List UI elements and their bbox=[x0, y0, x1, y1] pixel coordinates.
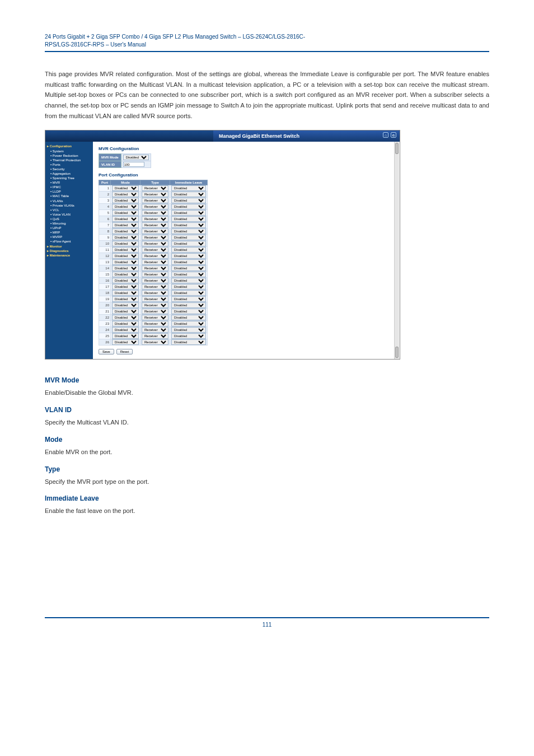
type-select[interactable]: Receiver bbox=[142, 296, 168, 302]
mode-select[interactable]: Disabled bbox=[112, 272, 139, 277]
nav-item-vcl[interactable]: ▪ VCL bbox=[47, 208, 91, 212]
type-select[interactable]: Receiver bbox=[142, 309, 168, 314]
immediate-leave-select[interactable]: Disabled bbox=[171, 204, 206, 209]
nav-item-sflow-agent[interactable]: ▪ sFlow Agent bbox=[47, 239, 91, 244]
nav-item-mrp[interactable]: ▪ MRP bbox=[47, 230, 91, 235]
type-select[interactable]: Receiver bbox=[142, 272, 168, 277]
nav-item-security[interactable]: ▪ Security bbox=[47, 167, 91, 171]
nav-item-qos[interactable]: ▪ QoS bbox=[47, 217, 91, 221]
type-select[interactable]: Receiver bbox=[142, 247, 168, 253]
save-button[interactable]: Save bbox=[99, 349, 114, 354]
mode-select[interactable]: Disabled bbox=[112, 247, 139, 253]
nav-item-power-reduction[interactable]: ▪ Power Reduction bbox=[47, 153, 91, 158]
immediate-leave-select[interactable]: Disabled bbox=[171, 327, 206, 333]
logout-icon[interactable]: ⎋ bbox=[391, 132, 396, 138]
immediate-leave-select[interactable]: Disabled bbox=[171, 315, 206, 320]
mode-select[interactable]: Disabled bbox=[112, 309, 139, 314]
immediate-leave-select[interactable]: Disabled bbox=[171, 192, 206, 197]
immediate-leave-select[interactable]: Disabled bbox=[171, 241, 206, 246]
type-select[interactable]: Receiver bbox=[142, 278, 168, 283]
type-select[interactable]: Receiver bbox=[142, 204, 168, 209]
type-select[interactable]: Receiver bbox=[142, 210, 168, 216]
immediate-leave-select[interactable]: Disabled bbox=[171, 302, 206, 308]
immediate-leave-select[interactable]: Disabled bbox=[171, 309, 206, 314]
type-select[interactable]: Receiver bbox=[142, 284, 168, 290]
mode-select[interactable]: Disabled bbox=[112, 302, 139, 308]
type-select[interactable]: Receiver bbox=[142, 339, 168, 345]
type-select[interactable]: Receiver bbox=[142, 327, 168, 333]
mvr-mode-select[interactable]: Disabled bbox=[123, 155, 149, 160]
mode-select[interactable]: Disabled bbox=[112, 259, 139, 265]
immediate-leave-select[interactable]: Disabled bbox=[171, 339, 206, 345]
type-select[interactable]: Receiver bbox=[142, 333, 168, 339]
immediate-leave-select[interactable]: Disabled bbox=[171, 222, 206, 228]
immediate-leave-select[interactable]: Disabled bbox=[171, 235, 206, 240]
mode-select[interactable]: Disabled bbox=[112, 210, 139, 216]
immediate-leave-select[interactable]: Disabled bbox=[171, 198, 206, 203]
immediate-leave-select[interactable]: Disabled bbox=[171, 247, 206, 253]
mode-select[interactable]: Disabled bbox=[112, 241, 139, 246]
nav-group-configuration[interactable]: ▸ Configuration bbox=[47, 144, 91, 148]
nav-item-aggregation[interactable]: ▪ Aggregation bbox=[47, 171, 91, 176]
nav-item-thermal-protection[interactable]: ▪ Thermal Protection bbox=[47, 158, 91, 162]
immediate-leave-select[interactable]: Disabled bbox=[171, 253, 206, 259]
type-select[interactable]: Receiver bbox=[142, 198, 168, 203]
type-select[interactable]: Receiver bbox=[142, 216, 168, 222]
mode-select[interactable]: Disabled bbox=[112, 185, 139, 191]
type-select[interactable]: Receiver bbox=[142, 241, 168, 246]
mode-select[interactable]: Disabled bbox=[112, 222, 139, 228]
type-select[interactable]: Receiver bbox=[142, 235, 168, 240]
mode-select[interactable]: Disabled bbox=[112, 321, 139, 326]
immediate-leave-select[interactable]: Disabled bbox=[171, 321, 206, 326]
mode-select[interactable]: Disabled bbox=[112, 265, 139, 271]
type-select[interactable]: Receiver bbox=[142, 302, 168, 308]
nav-item-voice-vlan[interactable]: ▪ Voice VLAN bbox=[47, 212, 91, 217]
mode-select[interactable]: Disabled bbox=[112, 235, 139, 240]
type-select[interactable]: Receiver bbox=[142, 290, 168, 296]
type-select[interactable]: Receiver bbox=[142, 253, 168, 259]
nav-item-system[interactable]: ▪ System bbox=[47, 149, 91, 153]
type-select[interactable]: Receiver bbox=[142, 185, 168, 191]
nav-item-mvrp[interactable]: ▪ MVRP bbox=[47, 235, 91, 239]
nav-group-monitor[interactable]: ▸ Monitor bbox=[47, 244, 91, 249]
nav-item-upnp[interactable]: ▪ UPnP bbox=[47, 226, 91, 230]
mode-select[interactable]: Disabled bbox=[112, 290, 139, 296]
nav-item-mac-table[interactable]: ▪ MAC Table bbox=[47, 194, 91, 198]
immediate-leave-select[interactable]: Disabled bbox=[171, 216, 206, 222]
mode-select[interactable]: Disabled bbox=[112, 339, 139, 345]
nav-item-ports[interactable]: ▪ Ports bbox=[47, 162, 91, 167]
mode-select[interactable]: Disabled bbox=[112, 327, 139, 333]
mode-select[interactable]: Disabled bbox=[112, 278, 139, 283]
home-icon[interactable]: ⌂ bbox=[383, 132, 388, 138]
immediate-leave-select[interactable]: Disabled bbox=[171, 290, 206, 296]
immediate-leave-select[interactable]: Disabled bbox=[171, 228, 206, 234]
content-scrollbar[interactable] bbox=[394, 142, 399, 359]
mode-select[interactable]: Disabled bbox=[112, 296, 139, 302]
mode-select[interactable]: Disabled bbox=[112, 228, 139, 234]
mode-select[interactable]: Disabled bbox=[112, 204, 139, 209]
nav-item-lldp[interactable]: ▪ LLDP bbox=[47, 189, 91, 194]
immediate-leave-select[interactable]: Disabled bbox=[171, 272, 206, 277]
type-select[interactable]: Receiver bbox=[142, 222, 168, 228]
nav-item-ipmc[interactable]: ▪ IPMC bbox=[47, 185, 91, 189]
nav-item-mirroring[interactable]: ▪ Mirroring bbox=[47, 221, 91, 226]
nav-group-diagnostics[interactable]: ▸ Diagnostics bbox=[47, 249, 91, 253]
mode-select[interactable]: Disabled bbox=[112, 253, 139, 259]
type-select[interactable]: Receiver bbox=[142, 315, 168, 320]
nav-item-vlans[interactable]: ▪ VLANs bbox=[47, 199, 91, 203]
immediate-leave-select[interactable]: Disabled bbox=[171, 210, 206, 216]
immediate-leave-select[interactable]: Disabled bbox=[171, 296, 206, 302]
nav-item-private-vlans[interactable]: ▪ Private VLANs bbox=[47, 203, 91, 208]
mode-select[interactable]: Disabled bbox=[112, 333, 139, 339]
type-select[interactable]: Receiver bbox=[142, 259, 168, 265]
mode-select[interactable]: Disabled bbox=[112, 216, 139, 222]
vlan-id-input[interactable] bbox=[123, 162, 144, 167]
type-select[interactable]: Receiver bbox=[142, 192, 168, 197]
mode-select[interactable]: Disabled bbox=[112, 198, 139, 203]
nav-item-mvr[interactable]: ▪ MVR bbox=[47, 180, 91, 185]
reset-button[interactable]: Reset bbox=[116, 349, 133, 354]
immediate-leave-select[interactable]: Disabled bbox=[171, 259, 206, 265]
immediate-leave-select[interactable]: Disabled bbox=[171, 278, 206, 283]
immediate-leave-select[interactable]: Disabled bbox=[171, 284, 206, 290]
nav-group-maintenance[interactable]: ▸ Maintenance bbox=[47, 253, 91, 258]
